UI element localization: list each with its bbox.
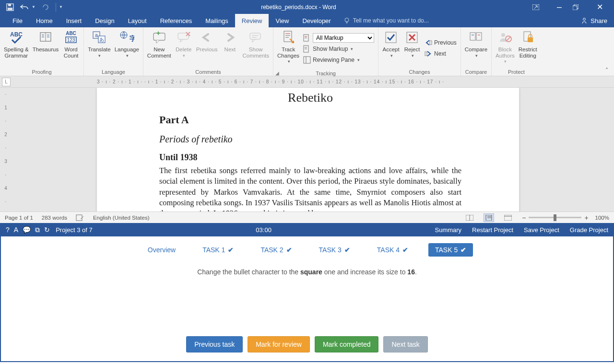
svg-rect-48 xyxy=(430,41,432,45)
zoom-in-icon[interactable]: + xyxy=(584,214,588,222)
doc-subtitle[interactable]: Periods of rebetiko xyxy=(159,134,461,145)
language-button[interactable]: 字 Language▾ xyxy=(113,28,141,68)
tab-developer[interactable]: Developer xyxy=(295,14,337,27)
reject-button[interactable]: Reject▾ xyxy=(401,28,423,68)
tab-design[interactable]: Design xyxy=(88,14,121,27)
tab-layout[interactable]: Layout xyxy=(121,14,154,27)
tell-me-placeholder: Tell me what you want to do... xyxy=(353,17,429,24)
delete-comment-label: Delete xyxy=(176,47,191,53)
summary-link[interactable]: Summary xyxy=(435,226,461,234)
new-comment-button[interactable]: + New Comment xyxy=(145,28,173,68)
svg-text:a: a xyxy=(95,33,98,38)
save-project-link[interactable]: Save Project xyxy=(524,226,559,234)
tab-review[interactable]: Review xyxy=(235,14,269,27)
horizontal-ruler[interactable]: L 3 · ı · 2 · ı · 1 · ı · · ı · 1 · ı · … xyxy=(0,76,614,88)
track-changes-button[interactable]: Track Changes▾ xyxy=(275,28,301,70)
minimize-icon[interactable]: – xyxy=(553,2,566,12)
display-for-review-combo[interactable]: All Markup xyxy=(301,33,376,43)
tell-me-search[interactable]: Tell me what you want to do... xyxy=(338,14,575,27)
undo-icon[interactable] xyxy=(18,1,31,13)
restart-project-link[interactable]: Restart Project xyxy=(472,226,513,234)
status-language[interactable]: English (United States) xyxy=(93,215,150,221)
doc-title[interactable]: Rebetiko xyxy=(159,91,461,105)
spelling-grammar-button[interactable]: ABC Spelling & Grammar xyxy=(2,28,31,68)
previous-task-button[interactable]: Previous task xyxy=(186,336,243,352)
status-bar: Page 1 of 1 283 words English (United St… xyxy=(0,211,614,223)
compare-button[interactable]: Compare▾ xyxy=(463,28,489,68)
delete-comment-button: Delete▾ xyxy=(173,28,194,68)
status-page[interactable]: Page 1 of 1 xyxy=(5,215,33,221)
previous-change-button[interactable]: Previous xyxy=(423,37,459,48)
group-proofing-label: Proofing xyxy=(2,68,82,76)
task-tab-4[interactable]: TASK 4✔ xyxy=(370,243,415,257)
qat-customize-icon[interactable]: ▼ xyxy=(59,5,63,9)
accept-button[interactable]: Accept▾ xyxy=(380,28,401,68)
mark-completed-button[interactable]: Mark completed xyxy=(315,336,379,352)
grade-project-link[interactable]: Grade Project xyxy=(570,226,608,234)
thesaurus-button[interactable]: Thesaurus xyxy=(31,28,60,68)
task-tab-overview[interactable]: Overview xyxy=(141,243,182,257)
language-icon: 字 xyxy=(119,29,134,46)
redo-icon[interactable] xyxy=(39,1,52,13)
group-comments-label: Comments xyxy=(145,68,271,76)
task-action-buttons: Previous task Mark for review Mark compl… xyxy=(186,336,428,352)
help-icon[interactable]: ? xyxy=(6,226,10,234)
quick-access-toolbar: ▼ ▼ xyxy=(0,1,65,13)
tab-mailings[interactable]: Mailings xyxy=(199,14,235,27)
task-tab-5[interactable]: TASK 5✔ xyxy=(428,243,473,257)
task-tab-2[interactable]: TASK 2✔ xyxy=(254,243,298,257)
task-tab-3[interactable]: TASK 3✔ xyxy=(312,243,357,257)
tab-file[interactable]: File xyxy=(6,14,29,27)
print-layout-button[interactable] xyxy=(484,213,494,222)
show-markup-button[interactable]: Show Markup▾ xyxy=(301,44,376,54)
next-change-button[interactable]: Next xyxy=(423,48,459,59)
translate-button[interactable]: aあ Translate▾ xyxy=(86,28,113,68)
block-authors-label: Block Authors xyxy=(496,47,515,59)
tab-home[interactable]: Home xyxy=(29,14,59,27)
previous-comment-label: Previous xyxy=(196,47,218,53)
display-for-review-select[interactable]: All Markup xyxy=(313,33,374,43)
mark-for-review-button[interactable]: Mark for review xyxy=(248,336,310,352)
markup-icon xyxy=(303,34,311,42)
windows-icon[interactable]: ⧉ xyxy=(35,226,40,234)
project-counter: Project 3 of 7 xyxy=(56,226,93,234)
next-task-button[interactable]: Next task xyxy=(383,336,427,352)
close-icon[interactable]: ✕ xyxy=(593,2,606,12)
reset-icon[interactable]: ↻ xyxy=(44,226,50,234)
show-comments-icon xyxy=(248,29,263,46)
document-page[interactable]: Rebetiko Part A Periods of rebetiko Unti… xyxy=(97,88,519,211)
share-button[interactable]: Share xyxy=(574,14,614,27)
reviewing-pane-button[interactable]: Reviewing Pane▾ xyxy=(301,55,376,65)
undo-dropdown-icon[interactable]: ▼ xyxy=(32,5,35,9)
maximize-icon[interactable] xyxy=(573,4,586,10)
read-mode-button[interactable] xyxy=(464,213,475,222)
compare-icon xyxy=(469,29,483,46)
collapse-ribbon-icon[interactable]: ˄ xyxy=(605,67,608,74)
restrict-editing-button[interactable]: Restrict Editing xyxy=(517,28,539,68)
show-comments-button: Show Comments xyxy=(240,28,271,68)
task-tab-1[interactable]: TASK 1✔ xyxy=(196,243,240,257)
zoom-out-icon[interactable]: − xyxy=(522,214,526,222)
zoom-value[interactable]: 100% xyxy=(595,215,609,221)
ribbon-display-icon[interactable] xyxy=(532,4,546,10)
zoom-control[interactable]: − + 100% xyxy=(522,214,609,222)
vertical-ruler[interactable]: ·1·2·3·4·5·6 xyxy=(1,88,11,211)
save-icon[interactable] xyxy=(4,1,16,13)
status-proofing-icon[interactable] xyxy=(76,214,84,221)
tab-selector[interactable]: L xyxy=(2,78,11,86)
doc-paragraph[interactable]: The first rebetika songs referred mainly… xyxy=(159,165,461,211)
tab-references[interactable]: References xyxy=(154,14,199,27)
chat-icon[interactable]: 💬 xyxy=(23,226,31,234)
word-count-button[interactable]: ABC123 Word Count xyxy=(60,28,82,68)
font-icon[interactable]: A xyxy=(14,226,18,234)
web-layout-button[interactable] xyxy=(503,213,513,222)
document-area[interactable]: ·1·2·3·4·5·6 Rebetiko Part A Periods of … xyxy=(0,88,614,211)
doc-heading-parta[interactable]: Part A xyxy=(159,114,461,126)
zoom-slider[interactable] xyxy=(529,217,581,218)
status-words[interactable]: 283 words xyxy=(42,215,67,221)
tracking-dialog-launcher[interactable]: ◢ xyxy=(275,70,375,76)
tab-insert[interactable]: Insert xyxy=(59,14,89,27)
tab-view[interactable]: View xyxy=(269,14,295,27)
next-change-icon xyxy=(425,50,432,58)
doc-heading-until1938[interactable]: Until 1938 xyxy=(159,153,461,163)
